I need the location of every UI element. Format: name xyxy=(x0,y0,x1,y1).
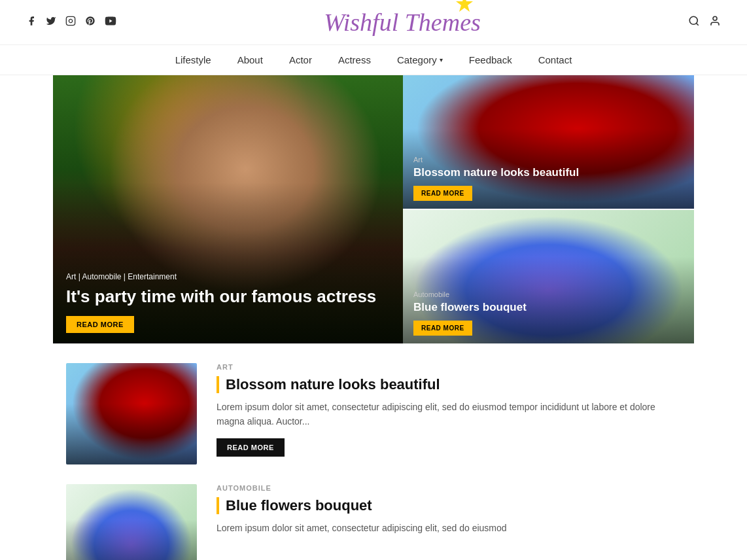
search-icon[interactable] xyxy=(688,15,700,30)
post-1-read-more-button[interactable]: READ MORE xyxy=(217,438,285,457)
hero-main-card: Art | Automobile | Entertainment It's pa… xyxy=(53,75,403,343)
post-2-excerpt: Lorem ipsum dolor sit amet, consectetur … xyxy=(217,521,681,535)
hero-main-overlay: Art | Automobile | Entertainment It's pa… xyxy=(53,262,403,343)
svg-marker-2 xyxy=(456,0,473,12)
hero-card-1: Art Blossom nature looks beautiful READ … xyxy=(403,75,694,210)
nav-actress[interactable]: Actress xyxy=(338,54,371,65)
post-2-image xyxy=(66,484,197,560)
hero-card-1-read-more-button[interactable]: READ MORE xyxy=(413,186,472,201)
post-2-category: AUTOMOBILE xyxy=(217,484,681,492)
hero-card-2-read-more-button[interactable]: READ MORE xyxy=(413,321,472,336)
hero-section: Art | Automobile | Entertainment It's pa… xyxy=(53,75,694,343)
post-item-2: AUTOMOBILE Blue flowers bouquet Lorem ip… xyxy=(66,484,681,560)
nav-about[interactable]: About xyxy=(237,54,263,65)
svg-point-7 xyxy=(713,16,717,20)
social-icons xyxy=(26,16,116,29)
post-2-content: AUTOMOBILE Blue flowers bouquet Lorem ip… xyxy=(217,484,681,544)
pinterest-icon[interactable] xyxy=(85,16,96,29)
hero-card-1-overlay: Art Blossom nature looks beautiful READ … xyxy=(403,148,694,209)
hero-main-categories: Art | Automobile | Entertainment xyxy=(66,272,390,281)
logo-text: Wishful Themes xyxy=(324,9,481,36)
post-1-title: Blossom nature looks beautiful xyxy=(217,376,681,393)
hero-main-read-more-button[interactable]: READ MORE xyxy=(66,316,134,333)
hero-card-2: Automobile Blue flowers bouquet READ MOR… xyxy=(403,210,694,343)
chevron-down-icon: ▾ xyxy=(440,56,443,63)
nav-category[interactable]: Category ▾ xyxy=(397,54,443,65)
post-list: ART Blossom nature looks beautiful Lorem… xyxy=(53,363,694,560)
hero-card-2-category: Automobile xyxy=(413,290,684,298)
svg-line-6 xyxy=(696,23,698,25)
top-bar: Wishful Themes xyxy=(0,0,747,45)
hero-card-2-title: Blue flowers bouquet xyxy=(413,301,684,314)
post-1-content: ART Blossom nature looks beautiful Lorem… xyxy=(217,363,681,457)
top-action-icons xyxy=(688,15,721,30)
hero-main-title: It's party time with our famous actress xyxy=(66,287,390,307)
hero-card-1-title: Blossom nature looks beautiful xyxy=(413,166,684,179)
post-1-excerpt: Lorem ipsum dolor sit amet, consectetur … xyxy=(217,400,681,429)
nav-actor[interactable]: Actor xyxy=(289,54,312,65)
post-1-image xyxy=(66,363,197,464)
post-item-1: ART Blossom nature looks beautiful Lorem… xyxy=(66,363,681,464)
hero-card-2-overlay: Automobile Blue flowers bouquet READ MOR… xyxy=(403,283,694,343)
svg-point-5 xyxy=(689,16,697,24)
logo[interactable]: Wishful Themes xyxy=(324,8,481,37)
svg-rect-0 xyxy=(66,16,75,25)
hero-right-cards: Art Blossom nature looks beautiful READ … xyxy=(403,75,694,343)
user-icon[interactable] xyxy=(709,15,721,30)
main-nav: Lifestyle About Actor Actress Category ▾… xyxy=(0,45,747,75)
post-1-category: ART xyxy=(217,363,681,371)
hero-grid: Art | Automobile | Entertainment It's pa… xyxy=(53,75,694,343)
post-2-thumbnail xyxy=(66,484,197,560)
twitter-icon[interactable] xyxy=(46,16,56,29)
post-1-thumbnail xyxy=(66,363,197,464)
hero-card-1-category: Art xyxy=(413,156,684,164)
facebook-icon[interactable] xyxy=(26,16,37,29)
nav-contact[interactable]: Contact xyxy=(538,54,572,65)
nav-lifestyle[interactable]: Lifestyle xyxy=(175,54,211,65)
nav-feedback[interactable]: Feedback xyxy=(469,54,512,65)
instagram-icon[interactable] xyxy=(65,16,76,29)
post-2-title: Blue flowers bouquet xyxy=(217,497,681,514)
youtube-icon[interactable] xyxy=(105,16,116,28)
